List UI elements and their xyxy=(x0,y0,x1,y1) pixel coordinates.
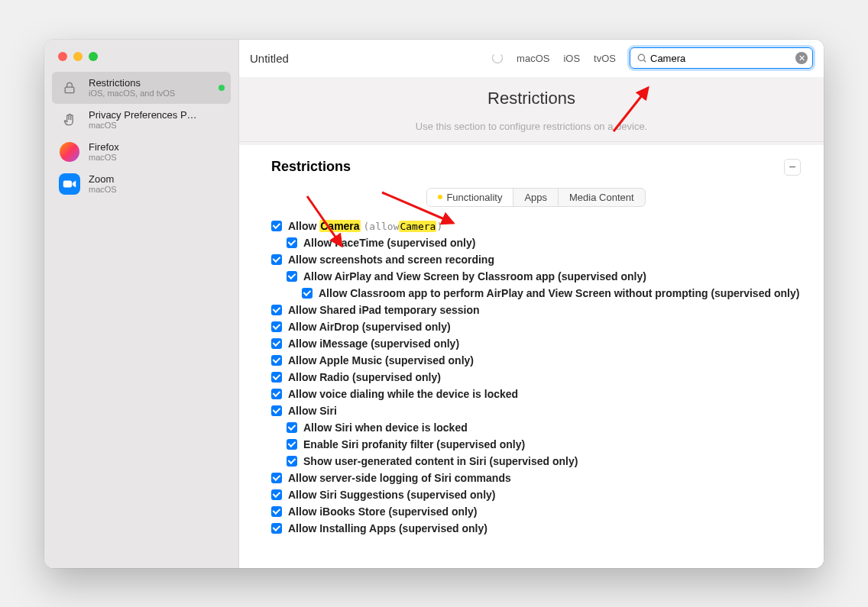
restriction-key-hint: (allowCamera) xyxy=(364,221,443,232)
tab-functionality[interactable]: Functionality xyxy=(427,189,513,206)
main-pane: Untitled macOSiOStvOS ✕ Restrictions Use… xyxy=(239,40,824,568)
restriction-checkbox[interactable] xyxy=(287,439,297,450)
restrictions-section: Restrictions − FunctionalityAppsMedia Co… xyxy=(239,145,824,544)
restriction-label: Allow server-side logging of Siri comman… xyxy=(288,472,511,484)
restriction-row: Allow AirPlay and View Screen by Classro… xyxy=(287,268,801,285)
banner-subtext: Use this section to configure restrictio… xyxy=(239,108,824,142)
restriction-label: Allow iMessage (supervised only) xyxy=(288,337,459,350)
restriction-label: Allow iBooks Store (supervised only) xyxy=(288,505,477,518)
tab-label: Functionality xyxy=(446,192,502,203)
tab-label: Apps xyxy=(524,192,547,203)
sidebar-item-subtitle: iOS, macOS, and tvOS xyxy=(89,89,211,98)
sidebar-item-title: Restrictions xyxy=(89,77,211,89)
sidebar-item-title: Zoom xyxy=(89,173,225,185)
restriction-checkbox[interactable] xyxy=(302,288,313,299)
sidebar-item-subtitle: macOS xyxy=(89,153,225,162)
restriction-row: Show user-generated content in Siri (sup… xyxy=(287,453,801,470)
sidebar-item-title: Privacy Preferences P… xyxy=(89,109,225,121)
restriction-row: Allow Classroom app to perform AirPlay a… xyxy=(302,285,801,302)
minimize-window-button[interactable] xyxy=(73,52,83,61)
svg-rect-0 xyxy=(65,87,74,93)
restriction-label: Allow Classroom app to perform AirPlay a… xyxy=(319,287,799,299)
banner-heading: Restrictions xyxy=(239,89,824,108)
sidebar-item-subtitle: macOS xyxy=(89,121,225,130)
restriction-label: Allow Installing Apps (supervised only) xyxy=(288,522,487,534)
banner: Restrictions Use this section to configu… xyxy=(239,78,824,145)
search-field[interactable]: ✕ xyxy=(630,47,813,69)
restriction-checkbox[interactable] xyxy=(271,489,282,500)
restriction-checkbox[interactable] xyxy=(287,422,297,433)
search-input[interactable] xyxy=(650,53,792,64)
content-scroll[interactable]: Restrictions Use this section to configu… xyxy=(239,78,824,568)
tab-apps[interactable]: Apps xyxy=(513,189,559,206)
restriction-row: Allow Siri when device is locked xyxy=(287,419,801,436)
restriction-checkbox[interactable] xyxy=(271,321,282,332)
collapse-section-button[interactable]: − xyxy=(784,159,801,176)
restriction-row: Allow Camera (allowCamera) xyxy=(271,218,801,234)
restriction-checkbox[interactable] xyxy=(287,456,297,467)
sidebar-item-firefox[interactable]: FirefoxmacOS xyxy=(52,136,231,168)
restriction-label: Allow Camera (allowCamera) xyxy=(288,220,442,232)
restriction-checkbox[interactable] xyxy=(271,254,282,265)
restriction-label: Allow Siri Suggestions (supervised only) xyxy=(288,489,496,501)
restriction-label: Allow Radio (supervised only) xyxy=(288,371,441,383)
fullscreen-window-button[interactable] xyxy=(89,52,98,61)
restriction-checkbox[interactable] xyxy=(271,405,282,416)
status-dot-icon xyxy=(219,85,225,91)
restriction-checkbox[interactable] xyxy=(271,523,282,534)
restriction-label: Allow voice dialing while the device is … xyxy=(288,388,518,400)
close-window-button[interactable] xyxy=(58,52,67,61)
sidebar: RestrictionsiOS, macOS, and tvOSPrivacy … xyxy=(44,40,239,568)
restriction-row: Allow Siri xyxy=(271,402,801,419)
restriction-row: Allow Radio (supervised only) xyxy=(271,369,801,386)
platform-filter-ios[interactable]: iOS xyxy=(557,49,586,68)
restriction-checkbox[interactable] xyxy=(287,237,297,248)
restriction-checkbox[interactable] xyxy=(271,389,282,399)
restriction-checkbox[interactable] xyxy=(271,372,282,383)
restriction-row: Allow Installing Apps (supervised only) xyxy=(271,520,801,537)
restriction-label: Allow Siri when device is locked xyxy=(303,421,468,434)
restriction-row: Allow server-side logging of Siri comman… xyxy=(271,470,801,486)
platform-filter-macos[interactable]: macOS xyxy=(510,49,555,68)
sidebar-item-zoom[interactable]: ZoommacOS xyxy=(52,168,231,200)
active-tab-indicator-icon xyxy=(438,195,442,199)
restriction-row: Enable Siri profanity filter (supervised… xyxy=(287,436,801,453)
restriction-checkbox[interactable] xyxy=(287,271,297,282)
tab-label: Media Content xyxy=(569,192,634,203)
sidebar-item-restrictions[interactable]: RestrictionsiOS, macOS, and tvOS xyxy=(52,72,231,104)
restriction-label: Show user-generated content in Siri (sup… xyxy=(303,455,578,467)
hand-icon xyxy=(58,108,81,131)
restriction-checkbox[interactable] xyxy=(271,355,282,366)
restriction-row: Allow iMessage (supervised only) xyxy=(271,335,801,352)
restriction-label: Allow AirDrop (supervised only) xyxy=(288,321,451,333)
restriction-row: Allow Siri Suggestions (supervised only) xyxy=(271,486,801,503)
sidebar-item-privacy-preferences-p-[interactable]: Privacy Preferences P…macOS xyxy=(52,104,231,136)
section-tabs: FunctionalityAppsMedia Content xyxy=(271,188,801,207)
svg-line-3 xyxy=(644,60,646,63)
restriction-row: Allow screenshots and screen recording xyxy=(271,251,801,268)
tab-media-content[interactable]: Media Content xyxy=(559,189,645,206)
sidebar-item-subtitle: macOS xyxy=(89,185,225,194)
restriction-checkbox[interactable] xyxy=(271,221,282,231)
restriction-checkbox[interactable] xyxy=(271,506,282,517)
zoom-icon xyxy=(58,173,81,195)
clear-search-button[interactable]: ✕ xyxy=(795,52,808,64)
svg-rect-1 xyxy=(63,180,72,187)
restriction-label: Allow Siri xyxy=(288,405,337,417)
restriction-checkbox[interactable] xyxy=(271,473,282,483)
sidebar-item-title: Firefox xyxy=(89,141,225,153)
restriction-row: Allow voice dialing while the device is … xyxy=(271,386,801,402)
restriction-label: Allow Shared iPad temporary session xyxy=(288,304,480,316)
restriction-label: Allow screenshots and screen recording xyxy=(288,253,494,266)
restriction-row: Allow AirDrop (supervised only) xyxy=(271,318,801,335)
restriction-checkbox[interactable] xyxy=(271,338,282,349)
firefox-icon xyxy=(58,140,81,163)
window-controls xyxy=(44,40,238,69)
restriction-row: Allow Shared iPad temporary session xyxy=(271,302,801,318)
restriction-checkbox[interactable] xyxy=(271,305,282,315)
restriction-row: Allow iBooks Store (supervised only) xyxy=(271,503,801,520)
restriction-label: Allow FaceTime (supervised only) xyxy=(303,237,475,249)
restriction-label: Allow AirPlay and View Screen by Classro… xyxy=(303,270,646,283)
platform-filter-tvos[interactable]: tvOS xyxy=(588,49,622,68)
search-icon xyxy=(636,53,647,63)
